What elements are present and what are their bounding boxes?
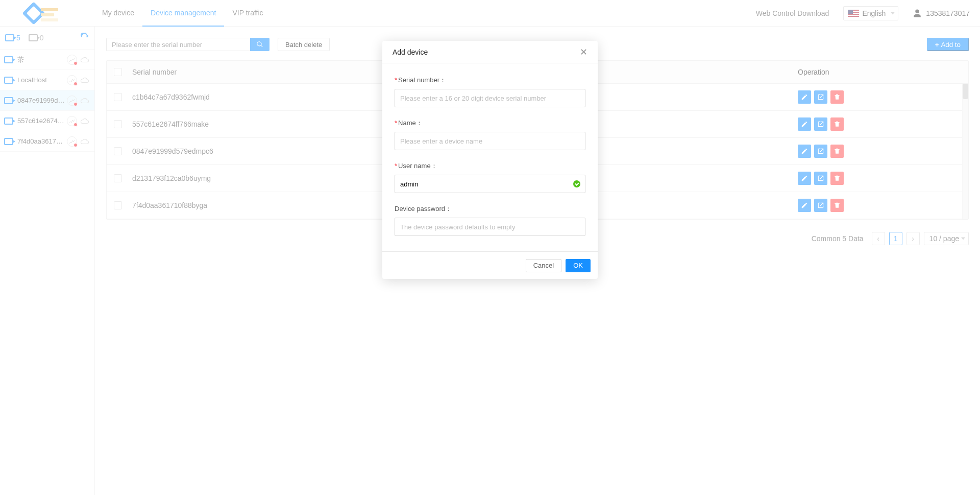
serial-number-input[interactable] (395, 89, 585, 107)
modal-title: Add device (393, 48, 428, 56)
password-input[interactable] (395, 218, 585, 236)
close-icon: ✕ (580, 47, 587, 57)
username-label: *User name： (395, 161, 585, 171)
modal-overlay: Add device ✕ *Serial number： *Name： *Use… (0, 0, 980, 495)
ok-button[interactable]: OK (566, 259, 591, 272)
password-label: Device password： (395, 204, 585, 214)
add-device-modal: Add device ✕ *Serial number： *Name： *Use… (382, 41, 598, 279)
username-input[interactable] (395, 175, 585, 193)
device-name-input[interactable] (395, 132, 585, 150)
success-check-icon (573, 180, 580, 187)
name-label: *Name： (395, 119, 585, 128)
cancel-button[interactable]: Cancel (526, 259, 561, 272)
modal-close-button[interactable]: ✕ (580, 48, 587, 57)
serial-label: *Serial number： (395, 76, 585, 85)
